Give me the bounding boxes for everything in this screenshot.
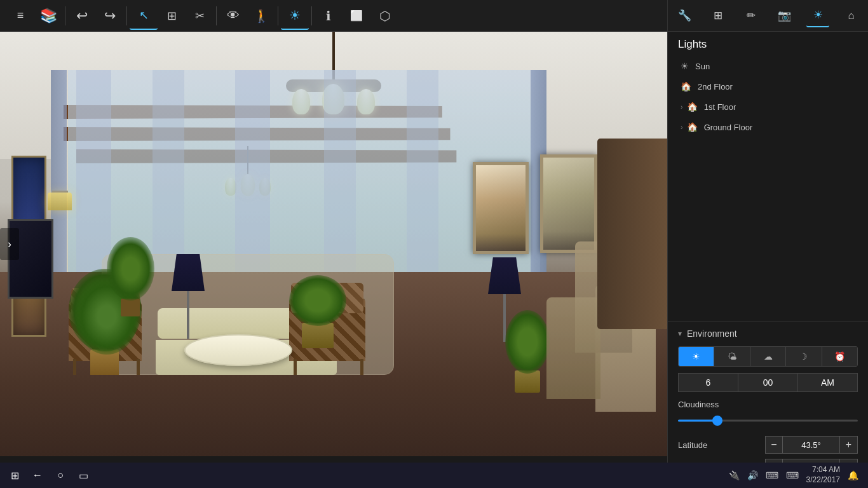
right-panel: 🔧 ⊞ ✏ 📷 ☀ ⌂ Lights ☀ Sun 🏠 2nd Floor › 🏠… — [667, 0, 868, 488]
top-toolbar: ≡ 📚 ↩ ↪ ↖ ⊞ ✂ 👁 🚶 ☀ ℹ ⬜ ⬡ — [0, 0, 667, 32]
select-button[interactable]: ↖ — [130, 2, 158, 30]
panel-room-button[interactable]: ⊞ — [707, 4, 729, 27]
toolbar-separator-1 — [65, 6, 65, 25]
1st-floor-light-label: 1st Floor — [704, 102, 736, 112]
panel-lighting-button[interactable]: ☀ — [806, 4, 829, 27]
arrange-button[interactable]: ⊞ — [158, 2, 186, 30]
ground-floor-expand-icon: › — [681, 123, 683, 131]
time-btn-clock[interactable]: ⏰ — [822, 347, 857, 366]
panel-house-button[interactable]: ⌂ — [840, 4, 863, 27]
toolbar-separator-3 — [216, 6, 217, 25]
time-display: 7:04 AM — [806, 465, 840, 475]
sun-light-label: Sun — [695, 62, 710, 71]
cloudiness-slider[interactable] — [678, 414, 858, 427]
notification-icon[interactable]: 🔔 — [848, 470, 858, 480]
dining-table-edge — [597, 139, 667, 329]
lights-title: Lights — [678, 38, 858, 51]
dining-chair-3 — [546, 297, 600, 399]
lights-1st-floor-item[interactable]: › 🏠 1st Floor — [678, 97, 858, 117]
windows-taskbar: ⊞ ← ○ ▭ 🔌 🔊 ⌨ ⌨ 7:04 AM 3/22/2017 🔔 — [0, 463, 868, 488]
2nd-floor-light-label: 2nd Floor — [698, 82, 733, 92]
cloudiness-fill — [678, 420, 717, 422]
main-3d-view: › — [0, 32, 667, 456]
toolbar-separator-4 — [278, 6, 278, 25]
transform-button[interactable]: ✂ — [186, 2, 214, 30]
cloudiness-thumb[interactable] — [712, 416, 722, 426]
ground-floor-light-label: Ground Floor — [704, 123, 753, 132]
volume-icon[interactable]: 🔊 — [747, 470, 758, 480]
time-inputs: 6 00 AM — [678, 373, 858, 392]
panel-paint-button[interactable]: ✏ — [740, 4, 763, 27]
cloudiness-track — [678, 420, 858, 422]
panel-camera-button[interactable]: 📷 — [773, 4, 796, 27]
time-btn-clear[interactable]: ☀ — [679, 347, 714, 366]
walk-button[interactable]: 🚶 — [247, 2, 275, 30]
latitude-label: Latitude — [678, 440, 765, 450]
time-btn-light-clouds[interactable]: 🌤 — [714, 347, 750, 366]
cloudiness-label: Cloudiness — [678, 400, 858, 409]
view-button[interactable]: 👁 — [219, 2, 247, 30]
latitude-value[interactable]: 43.5° — [783, 436, 840, 454]
env-collapse-icon: ▾ — [678, 329, 682, 338]
ground-floor-light-icon: 🏠 — [687, 122, 698, 132]
ime-icon: ⌨ — [786, 470, 799, 480]
latitude-minus-button[interactable]: − — [765, 436, 783, 454]
menu-button[interactable]: ≡ — [6, 2, 34, 30]
time-btn-cloudy[interactable]: ☁ — [750, 347, 786, 366]
2nd-floor-light-icon: 🏠 — [681, 81, 691, 92]
time-period-input[interactable]: AM — [798, 373, 858, 392]
1st-floor-expand-icon: › — [681, 103, 683, 111]
3d-view-button[interactable]: ⬡ — [370, 2, 398, 30]
lights-section: Lights ☀ Sun 🏠 2nd Floor › 🏠 1st Floor ›… — [668, 32, 868, 144]
wall-lamp — [52, 191, 72, 210]
time-of-day-buttons: ☀ 🌤 ☁ ☽ ⏰ — [678, 346, 858, 367]
taskview-button[interactable]: ▭ — [72, 464, 95, 487]
lights-spacer — [668, 144, 868, 322]
sun-button[interactable]: ☀ — [281, 2, 309, 30]
circle-button[interactable]: ○ — [49, 464, 72, 487]
info-button[interactable]: ℹ — [315, 2, 342, 30]
latitude-plus-button[interactable]: + — [840, 436, 858, 454]
keyboard-icon: ⌨ — [766, 470, 778, 480]
1st-floor-light-icon: 🏠 — [687, 102, 698, 112]
lights-2nd-floor-item[interactable]: 🏠 2nd Floor — [678, 76, 858, 97]
coffee-table — [184, 334, 292, 366]
taskbar-clock: 7:04 AM 3/22/2017 — [806, 465, 840, 485]
time-btn-night[interactable]: ☽ — [786, 347, 822, 366]
nav-arrow-left[interactable]: › — [0, 228, 19, 260]
environment-header[interactable]: ▾ Environment — [678, 329, 858, 339]
toolbar-separator-2 — [126, 6, 127, 25]
usb-icon: 🔌 — [729, 470, 740, 480]
lights-ground-floor-item[interactable]: › 🏠 Ground Floor — [678, 117, 858, 137]
date-display: 3/22/2017 — [806, 475, 840, 485]
latitude-row: Latitude − 43.5° + — [678, 436, 858, 454]
panel-objects-button[interactable]: 🔧 — [673, 4, 696, 27]
taskbar-right: 🔌 🔊 ⌨ ⌨ 7:04 AM 3/22/2017 🔔 — [729, 465, 865, 485]
redo-button[interactable]: ↪ — [96, 2, 124, 30]
painting-2 — [540, 154, 597, 253]
undo-button[interactable]: ↩ — [68, 2, 96, 30]
painting-1 — [473, 162, 529, 254]
environment-title: Environment — [687, 329, 737, 339]
time-hour-input[interactable]: 6 — [678, 373, 738, 392]
toolbar-separator-5 — [311, 6, 312, 25]
time-minute-input[interactable]: 00 — [738, 373, 798, 392]
back-button[interactable]: ← — [26, 464, 49, 487]
screenshot-button[interactable]: ⬜ — [342, 2, 370, 30]
sun-light-icon: ☀ — [681, 61, 689, 71]
library-button[interactable]: 📚 — [34, 2, 62, 30]
panel-toolbar: 🔧 ⊞ ✏ 📷 ☀ ⌂ — [668, 0, 868, 32]
floor-lamp-left — [172, 254, 205, 339]
lights-sun-item[interactable]: ☀ Sun — [678, 56, 858, 76]
start-button[interactable]: ⊞ — [3, 464, 26, 487]
